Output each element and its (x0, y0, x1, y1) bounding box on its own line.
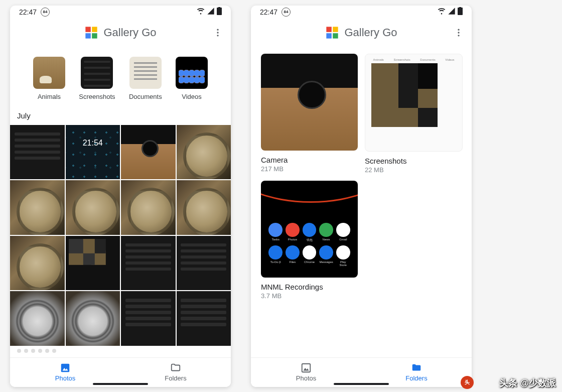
app-icon-label: Play Store (336, 260, 350, 267)
photo-thumbnail[interactable] (66, 180, 120, 235)
watermark-logo-icon: 头 (461, 376, 474, 389)
app-icon-label: Gmail (336, 238, 350, 241)
photo-thumbnail[interactable] (66, 125, 120, 180)
category-videos[interactable]: Videos (176, 57, 208, 100)
svg-point-7 (217, 32, 218, 33)
folder-thumb: TasksPhotos钱包NewsGmailTo-Do βFilesChrome… (261, 181, 358, 278)
battery-percent-pill: 84 (41, 8, 50, 17)
svg-point-19 (458, 35, 459, 36)
wifi-icon (197, 7, 205, 17)
photo-thumbnail[interactable] (121, 125, 176, 180)
folder-size: 3.7 MB (261, 292, 358, 300)
folders-icon (411, 362, 422, 373)
gallery-go-logo-icon (84, 26, 98, 40)
svg-rect-11 (458, 8, 463, 15)
clock: 22:47 (19, 8, 37, 16)
folders-icon (170, 362, 181, 373)
app-title: Gallery Go (344, 26, 397, 39)
category-row: Animals Screenshots Documents Videos (10, 47, 231, 104)
category-documents[interactable]: Documents (129, 57, 162, 100)
battery-icon (458, 7, 463, 17)
status-bar: 22:47 84 (10, 6, 231, 19)
category-screenshots[interactable]: Screenshots (79, 57, 115, 100)
category-animals[interactable]: Animals (33, 57, 65, 100)
category-label: Animals (38, 93, 61, 100)
photo-thumbnail[interactable] (121, 236, 176, 291)
gesture-handle (93, 383, 148, 385)
svg-rect-9 (61, 364, 70, 372)
overflow-menu-button[interactable] (212, 27, 224, 39)
nav-label: Photos (296, 374, 316, 382)
svg-rect-14 (333, 27, 339, 32)
folder-mnml-recordings[interactable]: TasksPhotos钱包NewsGmailTo-Do βFilesChrome… (261, 181, 358, 300)
wifi-icon (438, 7, 446, 17)
nav-label: Folders (165, 374, 186, 382)
svg-rect-3 (92, 27, 98, 32)
category-thumb (176, 57, 208, 89)
photo-thumbnail[interactable] (121, 291, 176, 346)
signal-icon (448, 7, 456, 17)
nav-label: Folders (405, 374, 427, 382)
phone-photos-view: 22:47 84 Gallery Go An (10, 6, 231, 387)
photo-thumbnail[interactable] (121, 180, 176, 235)
gallery-go-logo-icon (325, 26, 339, 40)
app-icon-label: Messages (319, 260, 333, 264)
app-icon-label: 钱包 (303, 238, 317, 242)
watermark-text: 头条 @少数派 (499, 377, 556, 389)
nav-label: Photos (55, 374, 75, 382)
photo-thumbnail[interactable] (10, 236, 65, 291)
photo-thumbnail[interactable] (10, 125, 65, 180)
category-thumb (129, 57, 162, 89)
photo-thumbnail[interactable] (10, 291, 65, 346)
folder-size: 217 MB (261, 165, 358, 173)
app-icon-label: Chrome (303, 260, 317, 264)
svg-rect-15 (327, 33, 332, 39)
photo-thumbnail[interactable] (177, 180, 231, 235)
app-icon-label: Photos (286, 238, 300, 241)
app-icon-label: Files (286, 260, 300, 264)
svg-point-8 (217, 35, 218, 36)
app-icon-label: To-Do β (268, 260, 283, 264)
folder-thumb (261, 54, 358, 151)
svg-point-17 (458, 29, 459, 30)
folder-name: MNML Recordings (261, 283, 358, 291)
category-label: Screenshots (79, 93, 115, 100)
folder-screenshots[interactable]: AnimalsScreenshotsDocumentsVideos Screen… (365, 54, 462, 174)
photo-thumbnail[interactable] (177, 125, 231, 180)
app-title: Gallery Go (103, 26, 156, 39)
folder-camera[interactable]: Camera 217 MB (261, 54, 358, 174)
category-thumb (81, 57, 113, 89)
photo-thumbnail[interactable] (66, 236, 120, 291)
photos-icon (60, 362, 71, 373)
svg-rect-16 (333, 33, 339, 39)
photo-thumbnail[interactable] (177, 236, 231, 291)
svg-rect-0 (217, 8, 222, 15)
svg-rect-2 (86, 27, 91, 32)
svg-rect-5 (92, 33, 98, 39)
photos-icon (301, 362, 312, 373)
battery-percent-pill: 84 (282, 8, 291, 17)
category-thumb (33, 57, 65, 89)
photo-thumbnail[interactable] (66, 291, 120, 346)
svg-rect-12 (459, 7, 461, 8)
app-bar: Gallery Go (251, 19, 472, 47)
photo-thumbnail[interactable] (10, 180, 65, 235)
folder-name: Camera (261, 156, 358, 164)
svg-rect-1 (218, 7, 220, 8)
phone-folders-view: 22:47 84 Gallery Go Ca (251, 6, 472, 387)
svg-rect-13 (327, 27, 332, 32)
category-label: Documents (129, 93, 162, 100)
battery-icon (217, 7, 222, 17)
svg-marker-21 (304, 368, 309, 371)
folder-name: Screenshots (365, 157, 462, 165)
svg-point-6 (217, 29, 218, 30)
svg-rect-20 (302, 364, 311, 372)
app-icon-label: Tasks (268, 238, 283, 241)
category-label: Videos (182, 93, 202, 100)
app-icon-label: News (319, 238, 333, 241)
signal-icon (207, 7, 215, 17)
photo-thumbnail[interactable] (177, 291, 231, 346)
overflow-menu-button[interactable] (453, 27, 465, 39)
status-bar: 22:47 84 (251, 6, 472, 19)
folder-thumb: AnimalsScreenshotsDocumentsVideos (365, 54, 463, 152)
